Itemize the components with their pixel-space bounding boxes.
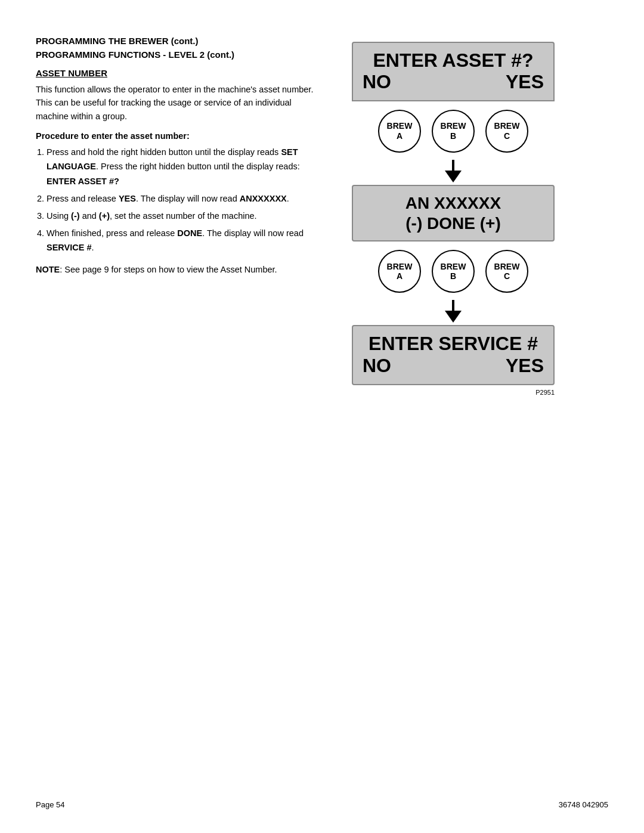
- brew-a-sub-1: A: [397, 131, 402, 141]
- arrow-1: [445, 157, 462, 185]
- enter-asset-title: ENTER ASSET #?: [363, 50, 544, 71]
- step-1-sublabel: ENTER ASSET #?: [47, 175, 322, 188]
- brew-a-label-2: BREW: [387, 262, 413, 272]
- brew-c-sub-1: C: [504, 131, 510, 141]
- brew-c-label-1: BREW: [494, 121, 520, 131]
- steps-list: Press and hold the right hidden button u…: [36, 145, 322, 254]
- section-title-1: PROGRAMMING THE BREWER (cont.): [36, 36, 322, 46]
- enter-asset-box: ENTER ASSET #? NO YES: [352, 42, 555, 101]
- arrow-head-1: [445, 171, 462, 182]
- enter-service-box: ENTER SERVICE # NO YES: [352, 325, 555, 385]
- note-text: NOTE: See page 9 for steps on how to vie…: [36, 263, 322, 276]
- step-1: Press and hold the right hidden button u…: [47, 145, 322, 188]
- brew-c-label-2: BREW: [494, 262, 520, 272]
- brew-b-circle-1: BREW B: [432, 110, 475, 153]
- brew-b-sub-2: B: [450, 271, 456, 281]
- doc-number: 36748 042905: [559, 800, 608, 809]
- asset-number-heading: ASSET NUMBER: [36, 68, 322, 78]
- enter-asset-no: NO: [363, 71, 391, 93]
- arrow-head-2: [445, 311, 462, 323]
- brew-c-sub-2: C: [504, 271, 510, 281]
- brew-circles-row-2: BREW A BREW B BREW C: [378, 241, 528, 298]
- an-xxxxxx-title: AN XXXXXX: [363, 193, 544, 213]
- brew-b-circle-2: BREW B: [432, 250, 475, 293]
- p-code: P2951: [352, 389, 555, 396]
- asset-number-description: This function allows the operator to ent…: [36, 83, 322, 123]
- enter-asset-no-yes: NO YES: [363, 71, 544, 93]
- enter-service-yes: YES: [506, 355, 544, 377]
- brew-b-sub-1: B: [450, 131, 456, 141]
- brew-b-label-2: BREW: [441, 262, 466, 272]
- brew-a-label-1: BREW: [387, 121, 413, 131]
- procedure-heading: Procedure to enter the asset number:: [36, 131, 322, 141]
- step-3: Using (-) and (+), set the asset number …: [47, 209, 322, 223]
- brew-b-label-1: BREW: [441, 121, 466, 131]
- diagram: ENTER ASSET #? NO YES BREW A BREW B BREW…: [340, 36, 566, 396]
- enter-asset-yes: YES: [506, 71, 544, 93]
- section-title-2: PROGRAMMING FUNCTIONS - LEVEL 2 (cont.): [36, 49, 322, 60]
- page-number: Page 54: [36, 800, 64, 809]
- brew-c-circle-2: BREW C: [485, 250, 528, 293]
- footer: Page 54 36748 042905: [0, 800, 644, 809]
- step-4: When finished, press and release DONE. T…: [47, 227, 322, 254]
- enter-service-no-yes: NO YES: [363, 355, 544, 377]
- step-2: Press and release YES. The display will …: [47, 192, 322, 206]
- brew-a-sub-2: A: [397, 271, 402, 281]
- arrow-2: [445, 298, 462, 325]
- brew-a-circle-2: BREW A: [378, 250, 421, 293]
- brew-c-circle-1: BREW C: [485, 110, 528, 153]
- enter-service-no: NO: [363, 355, 391, 377]
- done-title: (-) DONE (+): [363, 213, 544, 234]
- brew-a-circle-1: BREW A: [378, 110, 421, 153]
- brew-circles-row-1: BREW A BREW B BREW C: [378, 101, 528, 157]
- arrow-stem-2: [452, 300, 454, 311]
- enter-service-title: ENTER SERVICE #: [363, 333, 544, 354]
- arrow-stem-1: [452, 160, 454, 171]
- an-xxxxxx-box: AN XXXXXX (-) DONE (+): [352, 185, 555, 241]
